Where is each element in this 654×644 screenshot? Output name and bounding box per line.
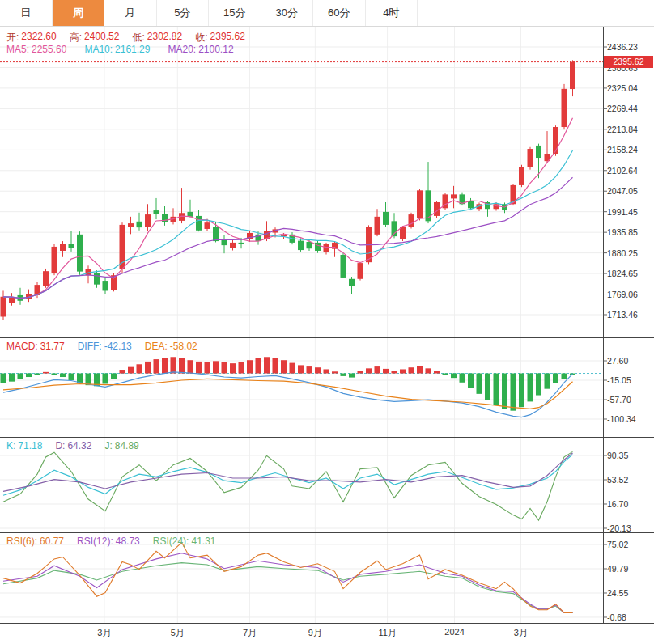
y-axis-label: 2436.23 xyxy=(607,42,638,52)
x-axis-label: 2024 xyxy=(444,627,464,637)
x-axis-label: 7月 xyxy=(243,627,257,639)
j-label: J: xyxy=(104,440,112,451)
rsi12-label: RSI(12): xyxy=(77,536,113,547)
close-label: 收: xyxy=(195,31,207,44)
rsi6-value: 60.77 xyxy=(40,536,64,547)
k-value: 71.18 xyxy=(18,440,42,451)
timeframe-tab[interactable]: 周 xyxy=(53,0,105,26)
x-axis-label: 5月 xyxy=(171,627,185,639)
open-value: 2322.60 xyxy=(21,31,56,44)
close-value: 2395.62 xyxy=(210,31,245,44)
y-axis-label: 49.79 xyxy=(607,564,628,574)
ma10-label: MA10: xyxy=(84,44,113,55)
y-axis-label: 90.35 xyxy=(607,451,628,460)
high-value: 2400.52 xyxy=(84,31,119,44)
ma-readout: MA5:2255.60 MA10:2161.29 MA20:2100.12 xyxy=(6,44,234,55)
last-price-badge: 2395.62 xyxy=(604,56,653,68)
ma5-label: MA5: xyxy=(6,44,29,55)
y-axis-label: 53.52 xyxy=(607,475,628,485)
d-value: 64.32 xyxy=(67,440,91,451)
kline-app: 日周月5分15分30分60分4时 开:2322.60 高:2400.52 低:2… xyxy=(0,0,654,644)
timeframe-tab[interactable]: 月 xyxy=(104,0,157,26)
ma20-value: 2100.12 xyxy=(198,44,233,55)
timeframe-tab[interactable]: 日 xyxy=(0,0,53,26)
diff-value: -42.13 xyxy=(104,341,132,352)
y-axis-label: -100.34 xyxy=(607,414,636,424)
kline-chart-canvas[interactable] xyxy=(0,0,654,644)
y-axis-label: 1991.45 xyxy=(607,207,638,217)
ma20-label: MA20: xyxy=(168,44,196,55)
x-axis-label: 9月 xyxy=(308,627,322,639)
y-axis-label: 1824.65 xyxy=(607,269,638,278)
low-label: 低: xyxy=(132,31,144,44)
timeframe-tab[interactable]: 15分 xyxy=(209,0,261,26)
y-axis-label: -57.70 xyxy=(607,395,631,405)
y-axis-label: 2102.64 xyxy=(607,166,638,176)
y-axis-label: 24.55 xyxy=(607,588,628,598)
y-axis-label: 1713.46 xyxy=(607,310,638,320)
timeframe-tab[interactable]: 5分 xyxy=(157,0,210,26)
rsi24-value: 41.31 xyxy=(191,536,215,547)
y-axis-label: 1880.25 xyxy=(607,248,638,258)
x-axis-label: 3月 xyxy=(97,627,111,639)
open-label: 开: xyxy=(6,31,19,44)
y-axis-label: 2213.84 xyxy=(607,125,638,134)
high-label: 高: xyxy=(70,31,82,44)
timeframe-tab[interactable]: 4时 xyxy=(366,0,418,26)
macd-value: 31.77 xyxy=(40,341,65,352)
rsi24-label: RSI(24): xyxy=(153,536,189,547)
d-label: D: xyxy=(55,440,65,451)
y-axis-label: 1769.06 xyxy=(607,290,638,299)
dea-label: DEA: xyxy=(145,341,168,352)
macd-label: MACD: xyxy=(6,341,38,352)
x-axis-label: 11月 xyxy=(378,627,396,639)
x-axis-label: 3月 xyxy=(514,627,528,639)
ma10-value: 2161.29 xyxy=(115,44,150,55)
rsi-readout: RSI(6):60.77 RSI(12):48.73 RSI(24):41.31 xyxy=(6,536,215,547)
rsi12-value: 48.73 xyxy=(116,536,140,547)
k-label: K: xyxy=(6,440,15,451)
rsi6-label: RSI(6): xyxy=(6,536,37,547)
low-value: 2302.82 xyxy=(147,31,182,44)
timeframe-tabs: 日周月5分15分30分60分4时 xyxy=(0,0,654,27)
ma5-value: 2255.60 xyxy=(32,44,66,55)
y-axis-label: 1935.85 xyxy=(607,227,638,237)
y-axis-label: 2158.24 xyxy=(607,145,638,155)
y-axis-label: 16.70 xyxy=(607,499,628,509)
kdj-readout: K:71.18 D:64.32 J:84.89 xyxy=(6,440,139,451)
y-axis-label: -15.05 xyxy=(607,375,631,385)
timeframe-tab[interactable]: 60分 xyxy=(313,0,366,26)
timeframe-tab[interactable]: 30分 xyxy=(261,0,314,26)
y-axis-label: -0.68 xyxy=(607,612,626,622)
y-axis-label: 75.02 xyxy=(607,540,628,549)
y-axis-label: 2325.04 xyxy=(607,83,638,93)
macd-readout: MACD:31.77 DIFF:-42.13 DEA:-58.02 xyxy=(6,341,197,352)
j-value: 84.89 xyxy=(115,440,139,451)
ohlc-readout: 开:2322.60 高:2400.52 低:2302.82 收:2395.62 xyxy=(6,31,245,44)
y-axis-label: 27.60 xyxy=(607,356,628,366)
y-axis-label: 2047.05 xyxy=(607,186,638,196)
diff-label: DIFF: xyxy=(78,341,102,352)
dea-value: -58.02 xyxy=(170,341,197,352)
y-axis-label: 2269.44 xyxy=(607,104,638,113)
y-axis-label: -20.13 xyxy=(607,523,631,533)
